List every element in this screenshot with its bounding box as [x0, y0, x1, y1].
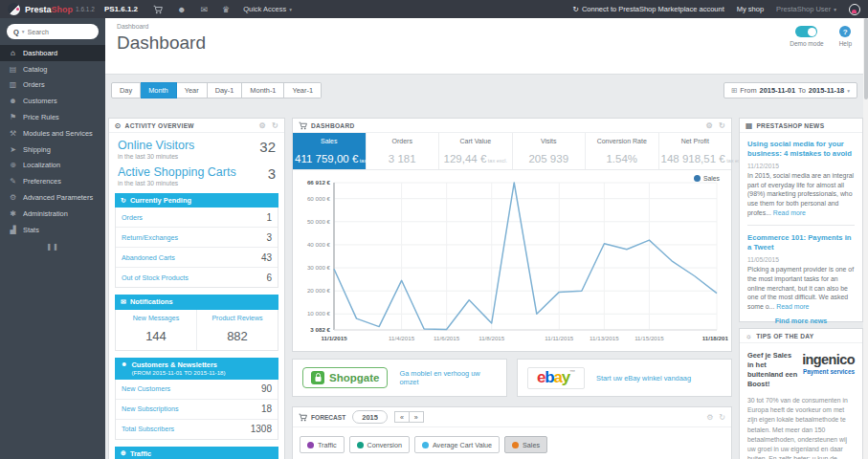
cart-icon[interactable] — [153, 5, 163, 14]
quick-access-menu[interactable]: Quick Access▾ — [243, 5, 292, 13]
stat-row-new-customers[interactable]: New Customers90 — [116, 380, 278, 400]
stat-row-total-subscribers[interactable]: Total Subscribers1308 — [116, 420, 278, 439]
mail-icon[interactable]: ✉ — [201, 5, 209, 14]
forecast-legend-sales[interactable]: Sales — [504, 436, 547, 453]
active-carts-link[interactable]: Active Shopping Carts — [118, 165, 236, 179]
read-more-link[interactable]: Read more — [776, 303, 809, 310]
marketplace-link[interactable]: ↻Connect to PrestaShop Marketplace accou… — [573, 5, 724, 13]
news-headline-link[interactable]: Ecommerce 101: Payments in a Tweet — [747, 233, 855, 252]
ebay-link[interactable]: Start uw eBay winkel vandaag — [596, 374, 691, 382]
kpi-tab-sales[interactable]: Sales411 759,00 € tax excl. — [293, 133, 367, 169]
breadcrumb[interactable]: Dashboard — [117, 23, 148, 30]
sidebar-item-advanced-parameters[interactable]: ⚙Advanced Parameters — [0, 189, 105, 206]
localization-icon: ⊕ — [9, 161, 17, 169]
forecast-legend-conversion[interactable]: Conversion — [349, 436, 410, 453]
panel-header: ☼ Tips of the day — [740, 329, 862, 343]
trophy-icon[interactable]: ♛ — [222, 5, 230, 14]
period-filter-month[interactable]: Month — [141, 82, 177, 98]
demo-mode-control[interactable]: Demo mode — [790, 26, 823, 47]
sidebar-item-modules-and-services[interactable]: ⚒Modules and Services — [0, 125, 105, 142]
forecast-legend-average-cart-value[interactable]: Average Cart Value — [414, 436, 500, 453]
avatar[interactable] — [849, 4, 860, 15]
year-selector[interactable]: 2015 — [352, 410, 388, 424]
stat-link[interactable]: Total Subscribers — [122, 425, 174, 433]
year-nav: « » — [394, 411, 424, 423]
activity-sections: ↻Currently PendingOrders1Return/Exchange… — [109, 193, 284, 459]
stat-row-orders[interactable]: Orders1 — [116, 208, 278, 228]
kpi-tab-cart-value[interactable]: Cart Value129,44 € tax excl. — [439, 133, 513, 169]
stat-link[interactable]: Return/Exchanges — [122, 233, 178, 242]
search-input[interactable] — [28, 29, 92, 35]
stat-link[interactable]: New Customers — [122, 384, 170, 393]
panel-header: ⊙ Activity overview ⚙ ↻ — [109, 119, 284, 133]
sidebar-item-administration[interactable]: ✱Administration — [0, 206, 105, 222]
stat-link[interactable]: Abandoned Carts — [122, 253, 175, 262]
sidebar-item-shipping[interactable]: ➤Shipping — [0, 142, 105, 158]
shopgate-link[interactable]: Ga mobiel en verhoog uw omzet — [399, 369, 497, 386]
chevron-down-icon[interactable]: ▾ — [22, 29, 25, 34]
date-from-label: From — [740, 86, 756, 95]
scrollbar-thumb[interactable] — [864, 18, 868, 99]
sidebar-item-localization[interactable]: ⊕Localization — [0, 158, 105, 174]
refresh-icon[interactable]: ↻ — [719, 121, 725, 130]
svg-text:66 912 €: 66 912 € — [307, 179, 331, 186]
date-range-button[interactable]: ⊞ From 2015-11-01 To 2015-11-18 ▾ — [723, 82, 857, 98]
home-icon: ⌂ — [9, 49, 17, 57]
sidebar-item-catalog[interactable]: ▤Catalog — [0, 61, 105, 77]
period-filter-day[interactable]: Day — [111, 82, 141, 98]
svg-text:11/1/2015: 11/1/2015 — [321, 335, 347, 341]
calendar-icon: ⊞ — [731, 86, 737, 95]
stat-row-new-subscriptions[interactable]: New Subscriptions18 — [116, 400, 278, 420]
refresh-icon[interactable]: ↻ — [719, 413, 725, 422]
stat-row-abandoned-carts[interactable]: Abandoned Carts43 — [116, 248, 278, 268]
kpi-tab-visits[interactable]: Visits205 939 — [513, 133, 587, 169]
kpi-tab-orders[interactable]: Orders3 181 — [367, 133, 440, 169]
stat-link[interactable]: Orders — [122, 213, 143, 222]
help-control[interactable]: ? Help — [839, 26, 852, 47]
sidebar-collapse-button[interactable]: ❚❚ — [0, 238, 105, 255]
person-icon[interactable]: ☻ — [177, 5, 186, 14]
stat-link[interactable]: Out of Stock Products — [122, 273, 189, 282]
gear-icon[interactable]: ⚙ — [259, 121, 266, 130]
next-year-button[interactable]: » — [410, 411, 424, 423]
news-headline-link[interactable]: Using social media for your business: 4 … — [747, 140, 855, 159]
forecast-legend-traffic[interactable]: Traffic — [300, 436, 345, 453]
shopgate-ad[interactable]: Shopgate Ga mobiel en verhoog uw omzet — [292, 359, 507, 397]
my-shop-link[interactable]: My shop — [737, 5, 764, 13]
online-visitors-link[interactable]: Online Visitors — [118, 139, 194, 152]
period-filter-day-1[interactable]: Day-1 — [208, 82, 243, 98]
gear-icon[interactable]: ⚙ — [706, 413, 713, 422]
sidebar-search: Q ▾ — [7, 24, 99, 39]
stat-link[interactable]: New Subscriptions — [122, 404, 179, 413]
kpi-tab-net-profit[interactable]: Net Profit148 918,51 € tax excl. — [659, 133, 732, 169]
cart-icon — [299, 121, 307, 130]
gear-icon[interactable]: ⚙ — [706, 121, 713, 130]
sidebar-item-orders[interactable]: ▥Orders — [0, 77, 105, 94]
sidebar-item-stats[interactable]: ▟Stats — [0, 222, 105, 238]
stat-row-return-exchanges[interactable]: Return/Exchanges3 — [116, 228, 278, 248]
read-more-link[interactable]: Read more — [773, 209, 806, 216]
sidebar-item-price-rules[interactable]: ⚑Price Rules — [0, 109, 105, 125]
sidebar-item-label: Orders — [23, 80, 45, 89]
sidebar-item-customers[interactable]: ☻Customers — [0, 93, 105, 109]
kpi-tab-conversion-rate[interactable]: Conversion Rate1.54% — [586, 133, 659, 169]
sidebar-item-preferences[interactable]: ✎Preferences — [0, 173, 105, 189]
stat-row-out-of-stock-products[interactable]: Out of Stock Products6 — [116, 268, 278, 287]
refresh-icon[interactable]: ↻ — [272, 121, 278, 130]
stat-cell-product-reviews[interactable]: Product Reviews882 — [196, 310, 278, 350]
stat-cell-new-messages[interactable]: New Messages144 — [116, 310, 196, 350]
find-more-news-link[interactable]: Find more news — [747, 317, 855, 325]
previous-year-button[interactable]: « — [394, 411, 410, 423]
sidebar-item-dashboard[interactable]: ⌂Dashboard — [0, 45, 105, 61]
chart-legend[interactable]: Sales — [694, 175, 720, 182]
page-scrollbar[interactable] — [863, 18, 868, 459]
period-filter-month-1[interactable]: Month-1 — [242, 82, 284, 98]
help-icon[interactable]: ? — [839, 26, 851, 37]
ebay-ad[interactable]: ebay™ Start uw eBay winkel vandaag — [517, 359, 732, 397]
period-filter-year-1[interactable]: Year-1 — [284, 82, 322, 98]
svg-text:11/13/2015: 11/13/2015 — [590, 335, 619, 341]
user-menu[interactable]: PrestaShop User▾ — [776, 5, 836, 13]
active-carts-stat: Active Shopping Carts in the last 30 min… — [109, 160, 284, 186]
demo-mode-toggle[interactable] — [795, 26, 817, 37]
period-filter-year[interactable]: Year — [177, 82, 208, 98]
